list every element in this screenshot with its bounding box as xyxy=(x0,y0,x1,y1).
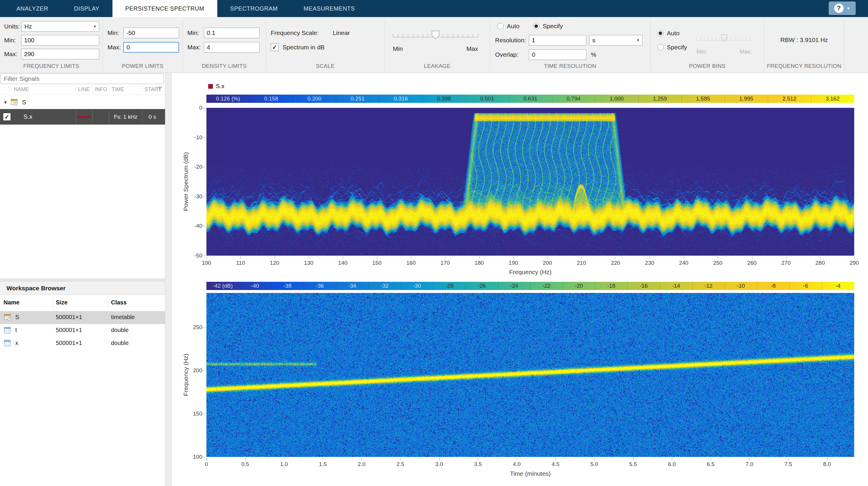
section-title-frequency-limits: FREQUENCY LIMITS xyxy=(0,63,102,69)
check-icon: ✓ xyxy=(272,44,277,51)
resolution-units-dropdown[interactable]: s ▼ xyxy=(589,35,643,46)
tab-spectrogram[interactable]: SPECTROGRAM xyxy=(217,0,291,17)
colorbar-tick xyxy=(822,282,822,290)
leakage-max-label: Max xyxy=(465,44,478,54)
signal-row[interactable]: ✓ S.x Fs: 1 kHz 0 s xyxy=(0,109,165,124)
colorbar-label: 1.259 xyxy=(653,95,667,102)
ws-col-name: Name xyxy=(3,299,20,306)
signal-group-row[interactable]: ▾ S xyxy=(0,95,165,109)
tab-persistence-spectrum[interactable]: PERSISTENCE SPECTRUM xyxy=(113,0,217,17)
overlap-input[interactable] xyxy=(529,49,586,60)
tab-measurements[interactable]: MEASUREMENTS xyxy=(291,0,368,17)
colorbar-tick xyxy=(465,282,466,290)
density-min-input[interactable] xyxy=(204,28,259,38)
signal-sample-rate: Fs: 1 kHz xyxy=(114,114,137,120)
x-tick-label: 190 xyxy=(508,260,518,266)
colorbar-label: 0.794 xyxy=(566,95,581,102)
time-res-auto-radio[interactable] xyxy=(497,23,504,29)
caret-down-icon: ▼ xyxy=(846,6,850,10)
filter-signals-input[interactable] xyxy=(1,74,164,84)
x-tick-label: 180 xyxy=(474,260,484,266)
spectrogram-plot-canvas[interactable] xyxy=(207,293,854,457)
power-max-input[interactable] xyxy=(123,42,179,53)
caret-down-icon: ▼ xyxy=(93,24,97,29)
colorbar-tick xyxy=(336,282,336,290)
colorbar-label: -36 xyxy=(316,283,323,289)
x-tick-label: 5.0 xyxy=(590,461,598,467)
x-tick-label: 3.0 xyxy=(435,461,443,467)
resolution-input[interactable] xyxy=(529,35,586,46)
spectrum-in-db-checkbox[interactable]: ✓ xyxy=(271,43,279,51)
colorbar-tick xyxy=(250,95,250,103)
x-tick-label: 2.0 xyxy=(358,461,365,467)
leakage-slider-thumb[interactable] xyxy=(432,31,439,40)
y-tick-label: 0 xyxy=(182,105,202,111)
x-tick-label: 8.0 xyxy=(823,461,831,467)
signal-checkbox[interactable]: ✓ xyxy=(3,113,11,121)
colorbar-label: -20 xyxy=(575,283,583,289)
power-bins-min-label: Min: xyxy=(696,47,707,57)
disclosure-triangle-icon[interactable]: ▾ xyxy=(4,99,7,106)
freq-max-input[interactable] xyxy=(21,49,99,59)
units-label: Units: xyxy=(4,21,20,32)
resolution-label: Resolution: xyxy=(495,35,526,46)
y-tick-label: -10 xyxy=(182,134,202,141)
time-res-specify-radio[interactable] xyxy=(533,23,539,29)
x-tick-label: 140 xyxy=(338,260,348,266)
ws-col-size: Size xyxy=(56,299,67,306)
colorbar-tick xyxy=(508,95,509,103)
time-res-auto-label: Auto xyxy=(507,21,520,31)
colorbar-label: -10 xyxy=(737,283,745,289)
workspace-splitter[interactable] xyxy=(0,279,165,282)
panel-splitter[interactable] xyxy=(165,73,172,486)
power-bins-auto-label: Auto xyxy=(667,28,680,38)
col-name: NAME xyxy=(14,86,29,92)
variable-name: S xyxy=(15,314,19,321)
units-dropdown[interactable]: Hz ▼ xyxy=(21,21,99,32)
colorbar-tick xyxy=(293,95,293,103)
x-tick-label: 7.0 xyxy=(746,461,753,467)
colorbar-label: -12 xyxy=(705,283,712,289)
column-divider xyxy=(76,86,76,93)
filter-icon[interactable] xyxy=(157,86,163,92)
colorbar-label: -34 xyxy=(348,283,356,289)
help-button[interactable]: ? ▼ xyxy=(829,1,856,15)
overlap-label: Overlap: xyxy=(495,49,518,60)
x-tick-label: 130 xyxy=(304,260,313,266)
tab-analyzer[interactable]: ANALYZER xyxy=(3,0,61,17)
frequency-scale-label: Frequency Scale: xyxy=(271,28,319,38)
column-divider xyxy=(109,86,109,93)
tab-display[interactable]: DISPLAY xyxy=(61,0,113,17)
power-bins-auto-radio[interactable] xyxy=(657,30,663,36)
persistence-plot-canvas[interactable] xyxy=(207,108,854,256)
legend-swatch xyxy=(208,84,213,89)
persistence-ylabel: Power Spectrum (dB) xyxy=(182,152,189,211)
frequency-scale-value[interactable]: Linear xyxy=(333,28,350,38)
x-tick-label: 160 xyxy=(406,260,416,266)
variable-name: t xyxy=(15,327,17,334)
x-tick-label: 120 xyxy=(270,260,279,266)
colorbar-label: 0.631 xyxy=(523,95,537,102)
density-max-label: Max: xyxy=(187,42,201,53)
workspace-row[interactable]: S 500001×1 timetable xyxy=(0,311,165,324)
x-tick-label: 5.5 xyxy=(629,461,637,467)
colorbar-label: 3.162 xyxy=(826,95,840,102)
colorbar-label: -8 xyxy=(771,283,776,289)
density-max-input[interactable] xyxy=(204,42,259,53)
power-min-input[interactable] xyxy=(123,28,179,38)
x-tick-label: 270 xyxy=(781,260,791,266)
freq-min-input[interactable] xyxy=(21,35,99,46)
rbw-value: RBW : 3.9101 Hz xyxy=(764,35,844,45)
colorbar-label: -32 xyxy=(380,283,389,289)
colorbar-label: -18 xyxy=(607,283,615,289)
colorbar-label: -42 (dB) xyxy=(213,283,233,289)
colorbar-tick xyxy=(789,282,789,290)
workspace-row[interactable]: x 500001×1 double xyxy=(0,337,165,350)
colorbar-tick xyxy=(627,282,628,290)
colorbar-tick xyxy=(682,95,682,103)
colorbar-tick xyxy=(422,95,423,103)
column-divider xyxy=(53,297,53,309)
power-bins-specify-radio[interactable] xyxy=(657,44,663,51)
workspace-row[interactable]: t 500001×1 double xyxy=(0,324,165,337)
x-tick-label: 6.5 xyxy=(707,461,714,467)
